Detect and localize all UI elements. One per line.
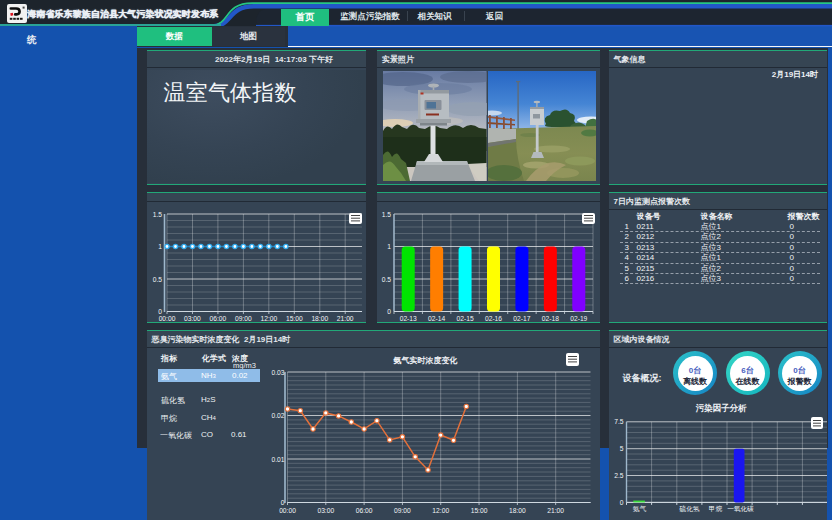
svg-text:18:00: 18:00 [508,507,525,514]
svg-text:21:00: 21:00 [336,315,353,322]
svg-text:00:00: 00:00 [158,315,175,322]
svg-text:0: 0 [619,499,623,506]
svg-text:18:00: 18:00 [311,315,328,322]
svg-text:21:00: 21:00 [547,507,564,514]
svg-text:0.5: 0.5 [152,276,162,283]
svg-text:06:00: 06:00 [209,315,226,322]
svg-text:03:00: 03:00 [317,507,334,514]
svg-text:00:00: 00:00 [279,507,296,514]
svg-text:一氧化碳: 一氧化碳 [727,505,754,513]
svg-text:0.5: 0.5 [382,276,392,283]
svg-text:1.5: 1.5 [152,211,162,218]
svg-text:15:00: 15:00 [470,507,487,514]
svg-text:02-19: 02-19 [570,315,587,322]
svg-text:0.03: 0.03 [271,369,284,376]
svg-text:09:00: 09:00 [394,507,411,514]
svg-text:0: 0 [387,308,391,315]
svg-text:02-14: 02-14 [428,315,445,322]
svg-text:1: 1 [158,243,162,250]
svg-text:0: 0 [280,499,284,506]
svg-text:0.01: 0.01 [271,456,284,463]
svg-text:12:00: 12:00 [260,315,277,322]
svg-text:02-18: 02-18 [542,315,559,322]
svg-text:氨气: 氨气 [632,505,646,512]
svg-text:06:00: 06:00 [355,507,372,514]
svg-text:7.5: 7.5 [614,418,624,425]
svg-text:15:00: 15:00 [285,315,302,322]
svg-text:03:00: 03:00 [184,315,201,322]
svg-text:甲烷: 甲烷 [708,505,722,512]
svg-text:0.02: 0.02 [271,412,284,419]
svg-text:02-15: 02-15 [457,315,474,322]
svg-text:09:00: 09:00 [235,315,252,322]
svg-text:2.5: 2.5 [614,472,624,479]
svg-text:5: 5 [619,445,623,452]
svg-text:02-17: 02-17 [513,315,530,322]
svg-text:硫化氢: 硫化氢 [678,505,699,513]
svg-text:1.5: 1.5 [382,211,392,218]
svg-text:12:00: 12:00 [432,507,449,514]
svg-text:02-13: 02-13 [400,315,417,322]
svg-text:1: 1 [387,243,391,250]
svg-text:02-16: 02-16 [485,315,502,322]
